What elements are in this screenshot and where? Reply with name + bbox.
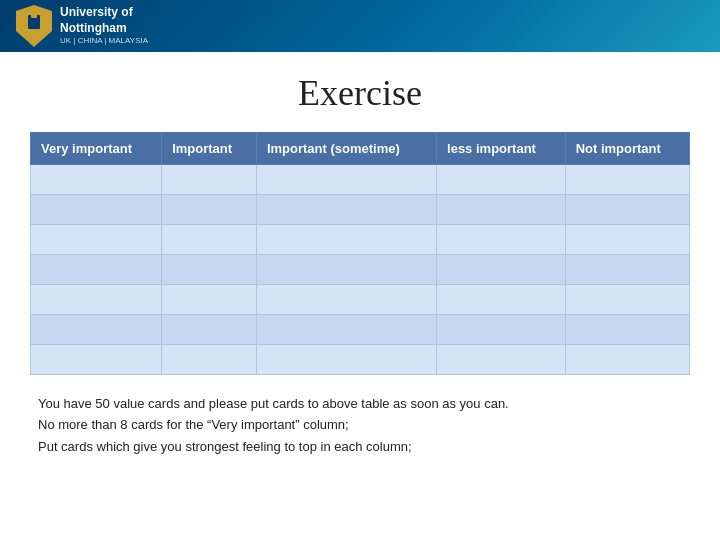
- instructions-block: You have 50 value cards and please put c…: [30, 393, 690, 457]
- table-cell: [162, 225, 257, 255]
- page-header: University of Nottingham UK | CHINA | MA…: [0, 0, 720, 52]
- table-cell: [437, 195, 566, 225]
- table-cell: [31, 195, 162, 225]
- table-cell: [31, 345, 162, 375]
- table-row: [31, 255, 690, 285]
- table-cell: [31, 315, 162, 345]
- table-cell: [31, 225, 162, 255]
- table-cell: [565, 165, 689, 195]
- table-cell: [437, 345, 566, 375]
- table-cell: [565, 225, 689, 255]
- table-row: [31, 195, 690, 225]
- instruction-line-1: You have 50 value cards and please put c…: [38, 393, 690, 414]
- table-cell: [256, 255, 436, 285]
- table-row: [31, 285, 690, 315]
- table-cell: [565, 195, 689, 225]
- exercise-table: Very important Important Important (some…: [30, 132, 690, 375]
- table-cell: [256, 195, 436, 225]
- table-row: [31, 225, 690, 255]
- logo-area: University of Nottingham UK | CHINA | MA…: [16, 5, 148, 47]
- table-cell: [162, 195, 257, 225]
- col-less-important: less important: [437, 133, 566, 165]
- instruction-line-3: Put cards which give you strongest feeli…: [38, 436, 690, 457]
- table-cell: [256, 165, 436, 195]
- svg-rect-2: [31, 13, 37, 18]
- table-header-row: Very important Important Important (some…: [31, 133, 690, 165]
- page-title: Exercise: [30, 72, 690, 114]
- table-cell: [565, 315, 689, 345]
- table-cell: [31, 255, 162, 285]
- table-cell: [256, 225, 436, 255]
- table-row: [31, 165, 690, 195]
- table-cell: [437, 315, 566, 345]
- table-cell: [437, 165, 566, 195]
- table-cell: [565, 345, 689, 375]
- table-cell: [437, 255, 566, 285]
- table-row: [31, 345, 690, 375]
- table-cell: [162, 165, 257, 195]
- col-important: Important: [162, 133, 257, 165]
- table-cell: [162, 345, 257, 375]
- table-cell: [565, 255, 689, 285]
- table-cell: [437, 285, 566, 315]
- table-cell: [256, 315, 436, 345]
- table-cell: [437, 225, 566, 255]
- col-very-important: Very important: [31, 133, 162, 165]
- table-cell: [162, 255, 257, 285]
- table-cell: [31, 165, 162, 195]
- instruction-line-2: No more than 8 cards for the “Very impor…: [38, 414, 690, 435]
- table-cell: [31, 285, 162, 315]
- table-cell: [256, 285, 436, 315]
- col-important-sometime: Important (sometime): [256, 133, 436, 165]
- table-cell: [162, 285, 257, 315]
- col-not-important: Not important: [565, 133, 689, 165]
- table-cell: [565, 285, 689, 315]
- university-logo-icon: [16, 5, 52, 47]
- table-cell: [162, 315, 257, 345]
- university-name: University of Nottingham UK | CHINA | MA…: [60, 5, 148, 47]
- table-row: [31, 315, 690, 345]
- main-content: Exercise Very important Important Import…: [0, 52, 720, 477]
- table-cell: [256, 345, 436, 375]
